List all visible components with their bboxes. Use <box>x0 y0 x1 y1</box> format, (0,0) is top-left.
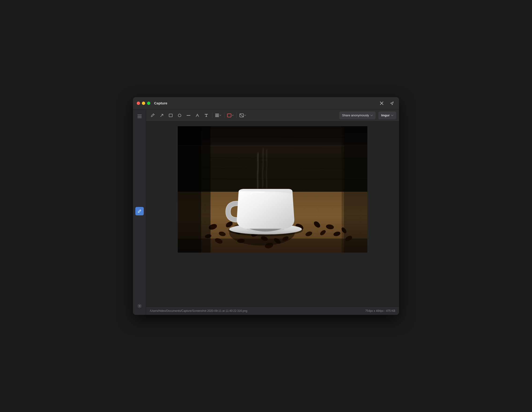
tool-align-dropdown[interactable] <box>214 112 222 119</box>
minimize-traffic-light[interactable] <box>142 102 145 105</box>
image-area <box>146 122 399 306</box>
share-anonymously-button[interactable]: Share anonymously <box>339 112 376 119</box>
imgur-button[interactable]: Imgur <box>378 112 396 119</box>
content-panel: Share anonymously Imgur <box>146 109 399 315</box>
svg-rect-88 <box>178 126 367 145</box>
file-size: 475 KB <box>386 309 395 312</box>
close-button[interactable] <box>378 100 385 106</box>
svg-rect-14 <box>215 116 219 117</box>
tool-rectangle[interactable] <box>167 112 175 119</box>
image-info: 754px x 484px - 475 KB <box>365 309 395 312</box>
sidebar <box>133 109 146 315</box>
info-separator: - <box>384 309 386 312</box>
toolbar-separator-3 <box>237 112 237 118</box>
svg-point-5 <box>139 306 140 307</box>
tool-line[interactable] <box>184 112 192 119</box>
title-actions <box>378 100 395 106</box>
svg-rect-12 <box>215 114 219 114</box>
toolbar: Share anonymously Imgur <box>146 109 399 122</box>
send-button[interactable] <box>389 100 395 106</box>
tool-arrow[interactable] <box>158 112 166 119</box>
toolbar-separator-2 <box>224 112 224 118</box>
svg-rect-15 <box>227 114 231 117</box>
svg-rect-87 <box>342 126 367 253</box>
tool-text[interactable] <box>202 112 210 119</box>
tool-rect-style-dropdown[interactable] <box>226 112 235 119</box>
svg-rect-4 <box>137 118 142 118</box>
svg-rect-3 <box>137 116 142 117</box>
coffee-image <box>178 126 367 253</box>
image-dimensions: 754px x 484px <box>365 309 384 312</box>
title-bar: Capture <box>133 97 399 109</box>
toolbar-separator-1 <box>212 112 212 118</box>
app-window: Capture <box>133 97 399 315</box>
svg-rect-2 <box>137 115 142 115</box>
status-bar: /Users/hideo/Documents/Capture/Screensho… <box>146 306 399 315</box>
tool-highlight[interactable] <box>193 112 201 119</box>
svg-point-8 <box>178 114 181 117</box>
share-anonymously-label: Share anonymously <box>342 113 369 117</box>
sidebar-settings-button[interactable] <box>135 302 144 310</box>
tool-pencil[interactable] <box>149 112 157 119</box>
close-traffic-light[interactable] <box>137 102 140 105</box>
traffic-lights <box>137 102 150 105</box>
app-title: Capture <box>154 101 378 105</box>
svg-rect-7 <box>169 114 172 117</box>
svg-line-17 <box>240 114 244 117</box>
sidebar-pencil-button[interactable] <box>135 207 144 215</box>
main-area: Share anonymously Imgur <box>133 109 399 315</box>
sidebar-list-button[interactable] <box>135 112 144 121</box>
tool-blur-dropdown[interactable] <box>239 112 247 119</box>
svg-rect-86 <box>178 126 210 253</box>
maximize-traffic-light[interactable] <box>147 102 150 105</box>
imgur-label: Imgur <box>381 113 390 117</box>
svg-rect-13 <box>215 115 219 116</box>
screenshot-canvas[interactable] <box>178 126 367 253</box>
file-path: /Users/hideo/Documents/Capture/Screensho… <box>150 309 365 312</box>
tool-circle[interactable] <box>176 112 184 119</box>
